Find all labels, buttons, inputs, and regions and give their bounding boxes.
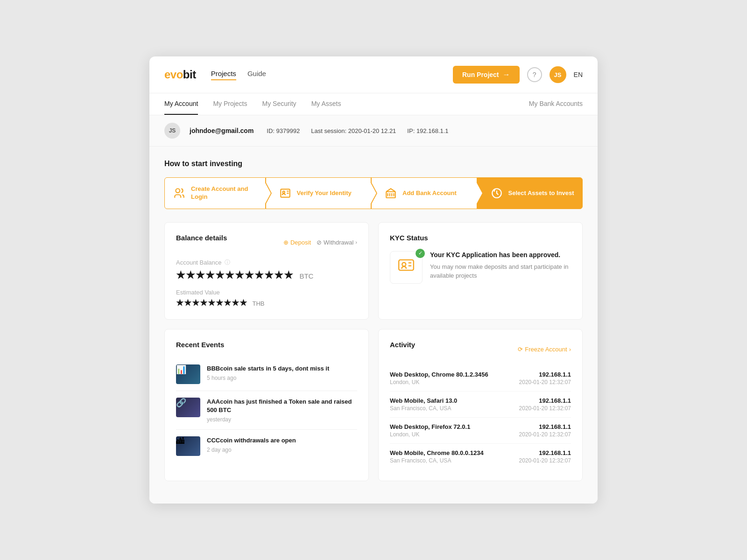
account-balance-value: ★★★★★★★★★★★★ BTC — [176, 269, 357, 281]
nav-projects[interactable]: Projects — [211, 70, 236, 80]
recent-events-panel: Recent Events 📊 BBBcoin sale starts in 5… — [164, 329, 369, 481]
event-thumb-1: 📊 — [176, 364, 200, 384]
app-container: evobit Projects Guide Run Project → ? JS… — [149, 56, 598, 504]
event-time-2: yesterday — [207, 416, 357, 423]
activity-time-4: 2020-01-20 12:32:07 — [519, 457, 571, 464]
withdrawal-button[interactable]: ⊘ Withdrawal › — [317, 239, 357, 246]
freeze-account-button[interactable]: ⟳ Freeze Account › — [518, 346, 571, 353]
nav-guide[interactable]: Guide — [247, 70, 266, 80]
info-icon: ⓘ — [225, 259, 230, 266]
deposit-button[interactable]: ⊕ Deposit — [283, 239, 311, 246]
freeze-icon: ⟳ — [518, 346, 523, 353]
event-title-3: CCCcoin withdrawals are open — [207, 436, 296, 445]
activity-device-4: Web Mobile, Chrome 80.0.0.1234 — [390, 449, 484, 456]
event-title-2: AAAcoin has just finished a Token sale a… — [207, 398, 357, 414]
list-item[interactable]: 📊 BBBcoin sale starts in 5 days, dont mi… — [176, 358, 357, 391]
activity-ip-3: 192.168.1.1 — [519, 423, 571, 430]
activity-title: Activity — [390, 341, 415, 349]
user-meta: ID: 9379992 Last session: 2020-01-20 12.… — [267, 127, 448, 134]
language-selector[interactable]: EN — [574, 71, 583, 78]
kyc-text: Your KYC Application has been approved. … — [430, 251, 571, 280]
activity-location-4: San Francisco, CA, USA — [390, 457, 484, 464]
panels-row-1: Balance details ⊕ Deposit ⊘ Withdrawal › — [164, 222, 583, 320]
step-verify-identity-label: Verify Your Identity — [297, 189, 352, 197]
event-time-1: 5 hours ago — [207, 375, 329, 381]
tab-my-projects[interactable]: My Projects — [213, 93, 247, 115]
activity-list: Web Desktop, Chrome 80.1.2.3456 London, … — [390, 365, 571, 469]
help-icon[interactable]: ? — [527, 67, 542, 82]
table-row: Web Desktop, Chrome 80.1.2.3456 London, … — [390, 365, 571, 392]
activity-device-2: Web Mobile, Safari 13.0 — [390, 397, 457, 404]
step-verify-identity[interactable]: Verify Your Identity — [266, 177, 372, 209]
withdrawal-circle-icon: ⊘ — [317, 239, 322, 246]
activity-time-1: 2020-01-20 12:32:07 — [519, 379, 571, 385]
verify-identity-icon — [279, 187, 291, 199]
panels-row-2: Recent Events 📊 BBBcoin sale starts in 5… — [164, 329, 583, 481]
header-actions: Run Project → ? JS EN — [453, 66, 583, 84]
user-avatar-button[interactable]: JS — [550, 66, 566, 83]
arrow-icon: → — [503, 70, 510, 79]
run-project-button[interactable]: Run Project → — [453, 66, 520, 84]
activity-right-1: 192.168.1.1 2020-01-20 12:32:07 — [519, 371, 571, 385]
step-add-bank-label: Add Bank Account — [402, 189, 457, 197]
step-add-bank[interactable]: Add Bank Account — [371, 177, 477, 209]
step-create-account[interactable]: Create Account and Login — [164, 177, 266, 209]
list-item[interactable]: 🏙 CCCcoin withdrawals are open 2 day ago — [176, 430, 357, 462]
table-row: Web Desktop, Firefox 72.0.1 London, UK 1… — [390, 418, 571, 444]
event-title-1: BBBcoin sale starts in 5 days, dont miss… — [207, 364, 329, 373]
event-content-1: BBBcoin sale starts in 5 days, dont miss… — [207, 364, 329, 381]
user-ip: IP: 192.168.1.1 — [407, 127, 448, 134]
balance-header: Balance details ⊕ Deposit ⊘ Withdrawal › — [176, 234, 357, 251]
activity-right-2: 192.168.1.1 2020-01-20 12:32:07 — [519, 397, 571, 412]
event-content-3: CCCcoin withdrawals are open 2 day ago — [207, 436, 296, 453]
account-balance-label: Account Balance ⓘ — [176, 259, 357, 266]
header: evobit Projects Guide Run Project → ? JS… — [149, 56, 598, 93]
activity-right-3: 192.168.1.1 2020-01-20 12:32:07 — [519, 423, 571, 438]
activity-ip-4: 192.168.1.1 — [519, 449, 571, 456]
svg-point-12 — [402, 263, 406, 266]
tab-my-assets[interactable]: My Assets — [311, 93, 341, 115]
deposit-circle-icon: ⊕ — [283, 239, 289, 246]
step-select-assets[interactable]: Select Assets to Invest — [477, 177, 583, 209]
table-row: Web Mobile, Safari 13.0 San Francisco, C… — [390, 392, 571, 418]
activity-left-3: Web Desktop, Firefox 72.0.1 London, UK — [390, 423, 470, 438]
activity-ip-1: 192.168.1.1 — [519, 371, 571, 378]
balance-actions: ⊕ Deposit ⊘ Withdrawal › — [283, 239, 357, 246]
freeze-chevron-icon: › — [569, 346, 571, 353]
activity-left-4: Web Mobile, Chrome 80.0.0.1234 San Franc… — [390, 449, 484, 464]
svg-point-0 — [176, 189, 180, 193]
event-time-3: 2 day ago — [207, 447, 296, 453]
tab-my-security[interactable]: My Security — [262, 93, 296, 115]
how-to-title: How to start investing — [164, 160, 583, 168]
activity-device-1: Web Desktop, Chrome 80.1.2.3456 — [390, 371, 488, 378]
add-bank-icon — [385, 187, 397, 199]
logo[interactable]: evobit — [164, 68, 196, 81]
activity-location-2: San Francisco, CA, USA — [390, 405, 457, 412]
user-id: ID: 9379992 — [267, 127, 300, 134]
events-list: 📊 BBBcoin sale starts in 5 days, dont mi… — [176, 358, 357, 462]
svg-point-2 — [282, 191, 284, 193]
activity-location-3: London, UK — [390, 431, 470, 438]
activity-header: Activity ⟳ Freeze Account › — [390, 341, 571, 358]
estimated-value: ★★★★★★★★★ THB — [176, 298, 357, 308]
activity-left-2: Web Mobile, Safari 13.0 San Francisco, C… — [390, 397, 457, 412]
user-email: johndoe@gmail.com — [190, 127, 254, 134]
user-info-avatar: JS — [164, 123, 180, 139]
steps-container: Create Account and Login Verify Your Ide… — [164, 177, 583, 209]
tab-my-bank-accounts[interactable]: My Bank Accounts — [529, 93, 583, 115]
activity-time-3: 2020-01-20 12:32:07 — [519, 431, 571, 438]
activity-left-1: Web Desktop, Chrome 80.1.2.3456 London, … — [390, 371, 488, 385]
list-item[interactable]: 🔗 AAAcoin has just finished a Token sale… — [176, 391, 357, 430]
tab-my-account[interactable]: My Account — [164, 93, 198, 115]
event-thumb-2: 🔗 — [176, 398, 200, 417]
balance-panel: Balance details ⊕ Deposit ⊘ Withdrawal › — [164, 222, 369, 320]
balance-title: Balance details — [176, 234, 227, 242]
logo-bit: bit — [183, 68, 196, 81]
event-content-2: AAAcoin has just finished a Token sale a… — [207, 398, 357, 423]
kyc-title: KYC Status — [390, 234, 571, 242]
table-row: Web Mobile, Chrome 80.0.0.1234 San Franc… — [390, 444, 571, 469]
account-tabs: My Account My Projects My Security My As… — [149, 93, 598, 115]
main-content: How to start investing Create Account an… — [149, 147, 598, 504]
kyc-approved-title: Your KYC Application has been approved. — [430, 251, 571, 259]
withdrawal-chevron-icon: › — [355, 239, 357, 245]
